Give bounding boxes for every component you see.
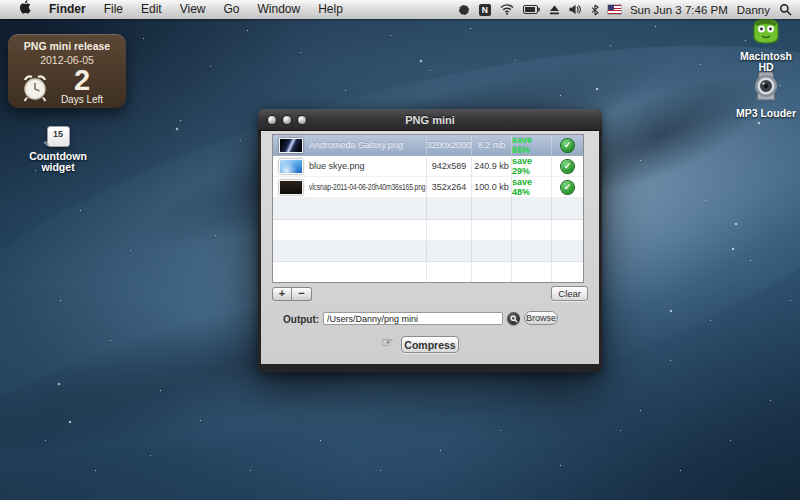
file-dimensions: 352x264 xyxy=(427,177,472,197)
desktop-icon-mp3-louder[interactable]: MP3 Louder xyxy=(730,70,800,119)
menu-item-help[interactable]: Help xyxy=(309,0,352,19)
menu-item-file[interactable]: File xyxy=(95,0,132,19)
check-icon: ✓ xyxy=(561,160,574,173)
battery-icon[interactable] xyxy=(523,5,540,14)
widget-days-label: Days Left xyxy=(38,94,126,105)
widget-title: PNG mini release xyxy=(8,40,126,52)
file-save-percent: save 29% xyxy=(512,156,552,176)
apple-logo-icon xyxy=(19,0,31,14)
remove-file-button[interactable]: − xyxy=(292,287,312,301)
file-name: Andromeda Galaxy.png xyxy=(309,140,403,150)
input-source-icon[interactable]: N xyxy=(479,4,491,16)
menu-clock[interactable]: Sun Jun 3 7:46 PM xyxy=(630,4,728,16)
empty-table-row xyxy=(273,220,583,241)
reveal-path-button[interactable] xyxy=(507,312,520,325)
widget-days-remaining: 2 xyxy=(38,64,126,97)
empty-table-row xyxy=(273,198,583,219)
menu-bar-status: N Sun Jun 3 7:46 PM Danny xyxy=(458,3,800,16)
add-remove-buttons: + − xyxy=(272,287,312,301)
window-title: PNG mini xyxy=(405,114,455,126)
table-row[interactable]: blue skye.png 942x589 240.9 kb save 29% … xyxy=(273,156,583,177)
window-content: Andromeda Galaxy.png 3200x2000 8.2 mb sa… xyxy=(261,131,599,364)
thumbnail-galaxy xyxy=(279,138,303,153)
clear-button[interactable]: Clear xyxy=(551,286,588,301)
browse-button[interactable]: Browse xyxy=(524,311,558,325)
eject-icon[interactable] xyxy=(549,5,560,15)
file-size: 8.2 mb xyxy=(472,135,512,155)
menu-item-window[interactable]: Window xyxy=(249,0,310,19)
calendar-icon: 15 ✎ xyxy=(47,126,70,147)
minimize-button[interactable] xyxy=(283,116,291,124)
menu-bar-left: Finder File Edit View Go Window Help xyxy=(0,0,352,20)
table-row[interactable]: vlcsnap-2011-04-06-20h40m36s165.png 352x… xyxy=(273,177,583,198)
png-mini-window: PNG mini Andromeda Galaxy.png 3200x2000 … xyxy=(258,109,602,372)
menu-item-edit[interactable]: Edit xyxy=(132,0,171,19)
speaker-icon xyxy=(749,70,783,102)
traffic-lights xyxy=(268,116,306,124)
file-save-percent: save 65% xyxy=(512,135,552,155)
add-file-button[interactable]: + xyxy=(272,287,292,301)
thumbnail-snapshot xyxy=(279,180,303,195)
desktop: { "menu_bar": { "app_name": "Finder", "m… xyxy=(0,0,800,500)
file-table[interactable]: Andromeda Galaxy.png 3200x2000 8.2 mb sa… xyxy=(272,134,584,283)
spotlight-icon[interactable] xyxy=(779,3,792,16)
output-label: Output: xyxy=(283,314,319,325)
countdown-widget-icon[interactable]: 15 ✎ Countdown widget xyxy=(20,126,96,173)
pencil-icon: ✎ xyxy=(44,140,51,149)
countdown-widget[interactable]: PNG mini release 2012-06-05 2 Days Left xyxy=(8,34,126,108)
zoom-button[interactable] xyxy=(298,116,306,124)
empty-table-row xyxy=(273,241,583,262)
mp3-louder-label: MP3 Louder xyxy=(730,108,800,119)
bluetooth-icon[interactable] xyxy=(591,4,599,16)
growl-icon[interactable] xyxy=(458,4,470,16)
desktop-icon-macintosh-hd[interactable]: Macintosh HD xyxy=(730,13,800,73)
wifi-icon[interactable] xyxy=(500,4,514,15)
window-titlebar[interactable]: PNG mini xyxy=(258,109,602,131)
pointing-hand-icon: ☞ xyxy=(381,334,394,350)
menu-item-go[interactable]: Go xyxy=(215,0,249,19)
file-dimensions: 942x589 xyxy=(427,156,472,176)
output-path-field[interactable] xyxy=(323,312,503,325)
thumbnail-sky xyxy=(279,159,303,174)
file-name: vlcsnap-2011-04-06-20h40m36s165.png xyxy=(309,182,425,192)
file-dimensions: 3200x2000 xyxy=(427,135,472,155)
calendar-widget-label: Countdown widget xyxy=(20,151,96,173)
table-row[interactable]: Andromeda Galaxy.png 3200x2000 8.2 mb sa… xyxy=(273,135,583,156)
magnifier-icon xyxy=(510,315,518,323)
empty-table-row xyxy=(273,262,583,282)
calendar-day: 15 xyxy=(48,129,69,139)
file-size: 240.9 kb xyxy=(472,156,512,176)
close-button[interactable] xyxy=(268,116,276,124)
menu-item-view[interactable]: View xyxy=(171,0,215,19)
check-icon: ✓ xyxy=(561,139,574,152)
menu-user[interactable]: Danny xyxy=(737,4,770,16)
menu-bar: Finder File Edit View Go Window Help N xyxy=(0,0,800,19)
volume-icon[interactable] xyxy=(569,4,582,15)
us-flag-icon[interactable] xyxy=(608,5,621,14)
compress-button[interactable]: Compress xyxy=(401,336,459,353)
check-icon: ✓ xyxy=(561,181,574,194)
file-name: blue skye.png xyxy=(309,161,365,171)
file-size: 100.0 kb xyxy=(472,177,512,197)
apple-menu-icon[interactable] xyxy=(10,0,40,20)
menu-item-app[interactable]: Finder xyxy=(40,0,95,19)
file-save-percent: save 48% xyxy=(512,177,552,197)
